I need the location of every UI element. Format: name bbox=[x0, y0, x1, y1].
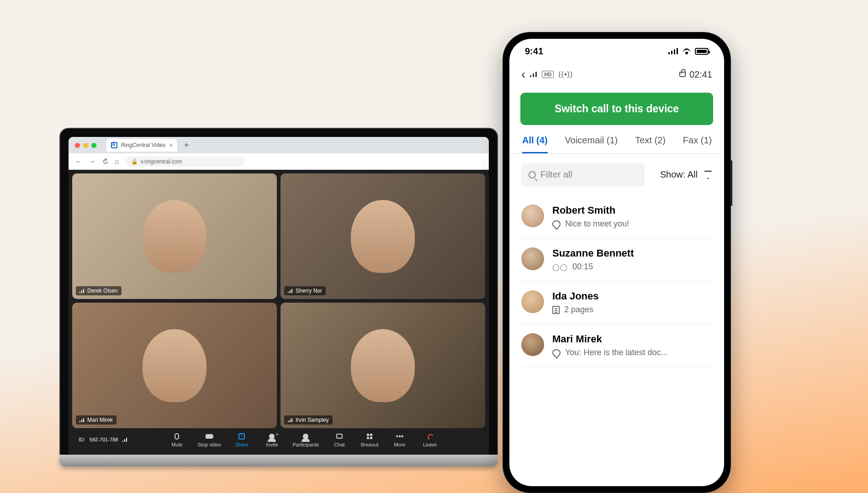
new-tab-button[interactable]: + bbox=[182, 141, 191, 150]
reload-icon[interactable]: ↻ bbox=[102, 157, 108, 166]
forward-icon[interactable]: → bbox=[89, 157, 96, 166]
signal-icon bbox=[122, 437, 128, 442]
contact-name: Mari Mirek bbox=[552, 333, 667, 345]
phone-mockup: 9:41 ‹ HD ((•)) 02:41 Switch call to thi… bbox=[503, 32, 731, 493]
participant-name: Irvin Sampley bbox=[296, 417, 329, 423]
video-tile[interactable]: Mari Mirek bbox=[72, 303, 277, 428]
video-tile[interactable]: Sherry Nor bbox=[281, 173, 485, 299]
phone-status-bar: 9:41 bbox=[509, 39, 724, 63]
contact-name: Suzanne Bennett bbox=[552, 247, 634, 259]
laptop-base bbox=[59, 455, 498, 467]
avatar bbox=[521, 333, 544, 356]
cellular-icon bbox=[668, 48, 678, 54]
browser-window: RingCentral Video × + ← → ↻ ⌂ 🔒 v.ringce… bbox=[69, 137, 489, 455]
participant-name: Sherry Nor bbox=[296, 288, 322, 294]
avatar bbox=[521, 205, 544, 227]
contact-name: Robert Smith bbox=[552, 205, 629, 216]
inbox-tabs: All (4) Voicemail (1) Text (2) Fax (1) bbox=[509, 135, 724, 154]
filter-input[interactable]: Filter all bbox=[521, 163, 645, 186]
contact-subtitle: 2 pages bbox=[564, 305, 593, 315]
broadcast-icon: ((•)) bbox=[558, 70, 573, 79]
signal-icon bbox=[288, 288, 293, 293]
search-icon bbox=[529, 171, 536, 178]
browser-tab[interactable]: RingCentral Video × bbox=[106, 139, 177, 152]
label: Share bbox=[235, 442, 249, 447]
participant-tag: Sherry Nor bbox=[284, 286, 326, 295]
leave-button[interactable]: Leave bbox=[420, 432, 439, 447]
minimize-window-icon[interactable] bbox=[83, 143, 88, 148]
signal-icon bbox=[79, 288, 85, 293]
call-header: ‹ HD ((•)) 02:41 bbox=[509, 63, 724, 89]
avatar bbox=[521, 247, 544, 270]
label: Mute bbox=[171, 442, 182, 447]
participant-video bbox=[143, 329, 206, 402]
more-button[interactable]: •••More bbox=[390, 432, 409, 447]
switch-call-button[interactable]: Switch call to this device bbox=[520, 93, 713, 125]
tab-fax[interactable]: Fax (1) bbox=[683, 135, 712, 153]
video-app: Derek Olsen Sherry Nor bbox=[69, 170, 489, 455]
video-tile[interactable]: Irvin Sampley bbox=[281, 303, 485, 428]
list-item[interactable]: Robert Smith Nice to meet you! bbox=[521, 195, 712, 238]
wifi-icon bbox=[682, 47, 691, 56]
video-grid: Derek Olsen Sherry Nor bbox=[72, 173, 485, 428]
invite-button[interactable]: Invite bbox=[262, 432, 281, 447]
close-tab-icon[interactable]: × bbox=[169, 142, 173, 149]
video-tile[interactable]: Derek Olsen bbox=[72, 173, 277, 299]
participant-tag: Irvin Sampley bbox=[284, 415, 333, 425]
tab-all[interactable]: All (4) bbox=[522, 135, 548, 153]
chat-button[interactable]: Chat bbox=[330, 432, 349, 447]
share-button[interactable]: Share bbox=[232, 432, 251, 447]
tab-text[interactable]: Text (2) bbox=[635, 135, 666, 153]
chat-icon bbox=[552, 349, 561, 357]
meeting-id: ID: 592-701-788 bbox=[79, 437, 128, 442]
show-label: Show: All bbox=[660, 169, 698, 180]
filter-icon bbox=[704, 171, 712, 179]
mute-button[interactable]: Mute bbox=[167, 432, 186, 447]
back-icon[interactable]: ← bbox=[75, 157, 82, 166]
signal-icon bbox=[288, 418, 293, 422]
list-item[interactable]: Mari Mirek You: Here is the latest doc..… bbox=[521, 324, 712, 367]
participant-tag: Mari Mirek bbox=[76, 415, 116, 425]
laptop-mockup: RingCentral Video × + ← → ↻ ⌂ 🔒 v.ringce… bbox=[59, 128, 498, 467]
url-text: v.ringcentral.com bbox=[141, 158, 182, 165]
label: Breaout bbox=[361, 442, 379, 447]
meeting-bottombar: ID: 592-701-788 Mute Stop video Share In… bbox=[72, 428, 485, 451]
close-window-icon[interactable] bbox=[75, 143, 80, 148]
traffic-lights[interactable] bbox=[75, 143, 96, 148]
participant-video bbox=[143, 200, 206, 273]
filter-placeholder: Filter all bbox=[540, 169, 572, 180]
participant-name: Derek Olsen bbox=[87, 288, 118, 294]
meeting-id-value: 592-701-788 bbox=[90, 437, 118, 442]
tab-title: RingCentral Video bbox=[121, 142, 165, 148]
contact-subtitle: You: Here is the latest doc... bbox=[565, 348, 667, 357]
contact-name: Ida Jones bbox=[552, 290, 598, 302]
participant-video bbox=[351, 200, 415, 273]
list-item[interactable]: Ida Jones 2 pages bbox=[521, 281, 712, 324]
participant-name: Mari Mirek bbox=[87, 417, 113, 423]
back-icon[interactable]: ‹ bbox=[521, 67, 525, 82]
lock-icon bbox=[679, 72, 686, 77]
label: Chat bbox=[334, 442, 344, 447]
meeting-id-label: ID: bbox=[79, 437, 85, 442]
favicon-icon bbox=[111, 142, 117, 148]
maximize-window-icon[interactable] bbox=[91, 143, 96, 148]
participants-button[interactable]: Participants bbox=[292, 432, 318, 447]
breakout-button[interactable]: Breaout bbox=[360, 432, 379, 447]
show-filter[interactable]: Show: All bbox=[660, 169, 712, 180]
contact-subtitle: 00:15 bbox=[572, 262, 593, 272]
avatar bbox=[521, 290, 544, 313]
address-bar[interactable]: 🔒 v.ringcentral.com bbox=[126, 157, 244, 167]
status-time: 9:41 bbox=[525, 46, 543, 57]
list-item[interactable]: Suzanne Bennett ◯◯00:15 bbox=[521, 238, 712, 281]
fax-icon bbox=[552, 306, 560, 314]
stop-video-button[interactable]: Stop video bbox=[197, 432, 221, 447]
call-timer: 02:41 bbox=[689, 69, 712, 80]
tab-voicemail[interactable]: Voicemail (1) bbox=[565, 135, 618, 153]
label: Stop video bbox=[197, 442, 221, 447]
label: Leave bbox=[423, 442, 437, 447]
home-icon[interactable]: ⌂ bbox=[115, 157, 119, 166]
voicemail-icon: ◯◯ bbox=[552, 263, 568, 271]
battery-icon bbox=[695, 48, 709, 55]
meeting-controls: Mute Stop video Share Invite Participant… bbox=[128, 432, 479, 447]
browser-urlbar: ← → ↻ ⌂ 🔒 v.ringcentral.com bbox=[69, 153, 489, 170]
